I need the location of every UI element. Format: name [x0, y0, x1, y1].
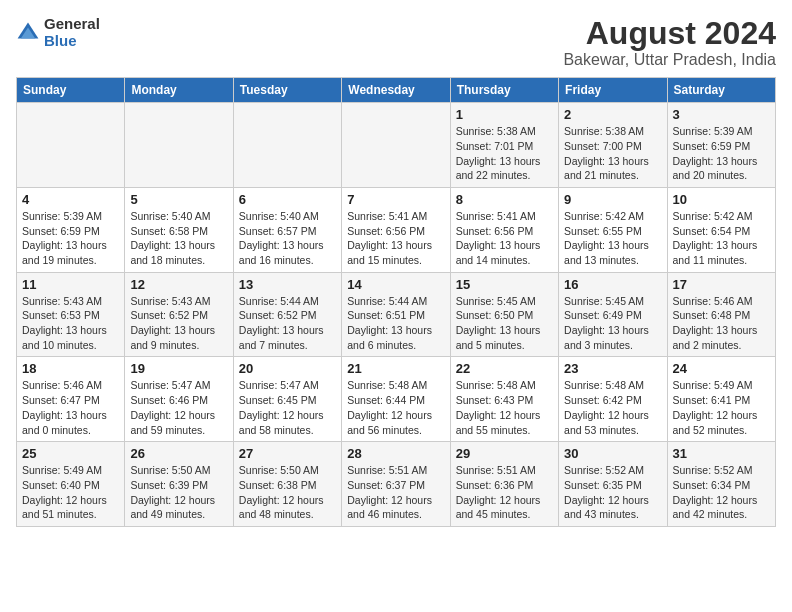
header-row: SundayMondayTuesdayWednesdayThursdayFrid…	[17, 78, 776, 103]
day-info: Sunrise: 5:49 AM Sunset: 6:40 PM Dayligh…	[22, 463, 119, 522]
day-info: Sunrise: 5:42 AM Sunset: 6:54 PM Dayligh…	[673, 209, 770, 268]
calendar-body: 1Sunrise: 5:38 AM Sunset: 7:01 PM Daylig…	[17, 103, 776, 527]
logo-icon	[16, 21, 40, 45]
day-info: Sunrise: 5:40 AM Sunset: 6:58 PM Dayligh…	[130, 209, 227, 268]
day-cell: 4Sunrise: 5:39 AM Sunset: 6:59 PM Daylig…	[17, 187, 125, 272]
day-info: Sunrise: 5:51 AM Sunset: 6:36 PM Dayligh…	[456, 463, 553, 522]
day-number: 13	[239, 277, 336, 292]
header-monday: Monday	[125, 78, 233, 103]
day-cell	[125, 103, 233, 188]
day-number: 5	[130, 192, 227, 207]
day-cell: 22Sunrise: 5:48 AM Sunset: 6:43 PM Dayli…	[450, 357, 558, 442]
header-thursday: Thursday	[450, 78, 558, 103]
day-number: 14	[347, 277, 444, 292]
day-number: 10	[673, 192, 770, 207]
day-info: Sunrise: 5:48 AM Sunset: 6:44 PM Dayligh…	[347, 378, 444, 437]
day-info: Sunrise: 5:42 AM Sunset: 6:55 PM Dayligh…	[564, 209, 661, 268]
week-row-4: 18Sunrise: 5:46 AM Sunset: 6:47 PM Dayli…	[17, 357, 776, 442]
day-cell: 16Sunrise: 5:45 AM Sunset: 6:49 PM Dayli…	[559, 272, 667, 357]
day-number: 21	[347, 361, 444, 376]
day-number: 6	[239, 192, 336, 207]
day-info: Sunrise: 5:41 AM Sunset: 6:56 PM Dayligh…	[347, 209, 444, 268]
day-info: Sunrise: 5:39 AM Sunset: 6:59 PM Dayligh…	[673, 124, 770, 183]
main-title: August 2024	[563, 16, 776, 51]
day-number: 4	[22, 192, 119, 207]
subtitle: Bakewar, Uttar Pradesh, India	[563, 51, 776, 69]
day-info: Sunrise: 5:50 AM Sunset: 6:39 PM Dayligh…	[130, 463, 227, 522]
day-cell: 10Sunrise: 5:42 AM Sunset: 6:54 PM Dayli…	[667, 187, 775, 272]
day-cell: 12Sunrise: 5:43 AM Sunset: 6:52 PM Dayli…	[125, 272, 233, 357]
day-cell: 25Sunrise: 5:49 AM Sunset: 6:40 PM Dayli…	[17, 442, 125, 527]
day-cell: 26Sunrise: 5:50 AM Sunset: 6:39 PM Dayli…	[125, 442, 233, 527]
day-number: 8	[456, 192, 553, 207]
day-cell: 18Sunrise: 5:46 AM Sunset: 6:47 PM Dayli…	[17, 357, 125, 442]
header-saturday: Saturday	[667, 78, 775, 103]
logo-general: General	[44, 16, 100, 33]
calendar-header: SundayMondayTuesdayWednesdayThursdayFrid…	[17, 78, 776, 103]
day-cell: 13Sunrise: 5:44 AM Sunset: 6:52 PM Dayli…	[233, 272, 341, 357]
day-cell: 21Sunrise: 5:48 AM Sunset: 6:44 PM Dayli…	[342, 357, 450, 442]
day-cell: 5Sunrise: 5:40 AM Sunset: 6:58 PM Daylig…	[125, 187, 233, 272]
day-number: 20	[239, 361, 336, 376]
day-number: 17	[673, 277, 770, 292]
day-cell: 28Sunrise: 5:51 AM Sunset: 6:37 PM Dayli…	[342, 442, 450, 527]
day-number: 29	[456, 446, 553, 461]
day-info: Sunrise: 5:50 AM Sunset: 6:38 PM Dayligh…	[239, 463, 336, 522]
day-info: Sunrise: 5:45 AM Sunset: 6:49 PM Dayligh…	[564, 294, 661, 353]
logo: General Blue	[16, 16, 100, 49]
day-cell: 2Sunrise: 5:38 AM Sunset: 7:00 PM Daylig…	[559, 103, 667, 188]
logo-blue: Blue	[44, 33, 100, 50]
day-number: 30	[564, 446, 661, 461]
day-info: Sunrise: 5:39 AM Sunset: 6:59 PM Dayligh…	[22, 209, 119, 268]
day-cell: 23Sunrise: 5:48 AM Sunset: 6:42 PM Dayli…	[559, 357, 667, 442]
day-info: Sunrise: 5:48 AM Sunset: 6:43 PM Dayligh…	[456, 378, 553, 437]
day-number: 1	[456, 107, 553, 122]
day-cell: 14Sunrise: 5:44 AM Sunset: 6:51 PM Dayli…	[342, 272, 450, 357]
day-info: Sunrise: 5:44 AM Sunset: 6:51 PM Dayligh…	[347, 294, 444, 353]
day-info: Sunrise: 5:51 AM Sunset: 6:37 PM Dayligh…	[347, 463, 444, 522]
day-info: Sunrise: 5:40 AM Sunset: 6:57 PM Dayligh…	[239, 209, 336, 268]
day-cell: 3Sunrise: 5:39 AM Sunset: 6:59 PM Daylig…	[667, 103, 775, 188]
day-cell: 8Sunrise: 5:41 AM Sunset: 6:56 PM Daylig…	[450, 187, 558, 272]
day-number: 25	[22, 446, 119, 461]
header-wednesday: Wednesday	[342, 78, 450, 103]
day-number: 12	[130, 277, 227, 292]
day-cell: 9Sunrise: 5:42 AM Sunset: 6:55 PM Daylig…	[559, 187, 667, 272]
day-number: 16	[564, 277, 661, 292]
day-cell	[17, 103, 125, 188]
day-number: 18	[22, 361, 119, 376]
day-info: Sunrise: 5:47 AM Sunset: 6:46 PM Dayligh…	[130, 378, 227, 437]
day-cell: 31Sunrise: 5:52 AM Sunset: 6:34 PM Dayli…	[667, 442, 775, 527]
day-number: 15	[456, 277, 553, 292]
day-number: 24	[673, 361, 770, 376]
day-info: Sunrise: 5:41 AM Sunset: 6:56 PM Dayligh…	[456, 209, 553, 268]
day-info: Sunrise: 5:38 AM Sunset: 7:01 PM Dayligh…	[456, 124, 553, 183]
day-number: 22	[456, 361, 553, 376]
week-row-5: 25Sunrise: 5:49 AM Sunset: 6:40 PM Dayli…	[17, 442, 776, 527]
title-area: August 2024 Bakewar, Uttar Pradesh, Indi…	[563, 16, 776, 69]
day-number: 28	[347, 446, 444, 461]
day-cell	[342, 103, 450, 188]
header-tuesday: Tuesday	[233, 78, 341, 103]
week-row-2: 4Sunrise: 5:39 AM Sunset: 6:59 PM Daylig…	[17, 187, 776, 272]
day-info: Sunrise: 5:38 AM Sunset: 7:00 PM Dayligh…	[564, 124, 661, 183]
day-number: 9	[564, 192, 661, 207]
day-cell: 17Sunrise: 5:46 AM Sunset: 6:48 PM Dayli…	[667, 272, 775, 357]
day-number: 26	[130, 446, 227, 461]
day-number: 7	[347, 192, 444, 207]
day-cell: 24Sunrise: 5:49 AM Sunset: 6:41 PM Dayli…	[667, 357, 775, 442]
day-info: Sunrise: 5:44 AM Sunset: 6:52 PM Dayligh…	[239, 294, 336, 353]
day-cell: 1Sunrise: 5:38 AM Sunset: 7:01 PM Daylig…	[450, 103, 558, 188]
day-info: Sunrise: 5:46 AM Sunset: 6:48 PM Dayligh…	[673, 294, 770, 353]
day-cell: 29Sunrise: 5:51 AM Sunset: 6:36 PM Dayli…	[450, 442, 558, 527]
week-row-1: 1Sunrise: 5:38 AM Sunset: 7:01 PM Daylig…	[17, 103, 776, 188]
day-cell: 20Sunrise: 5:47 AM Sunset: 6:45 PM Dayli…	[233, 357, 341, 442]
day-info: Sunrise: 5:43 AM Sunset: 6:52 PM Dayligh…	[130, 294, 227, 353]
day-info: Sunrise: 5:45 AM Sunset: 6:50 PM Dayligh…	[456, 294, 553, 353]
week-row-3: 11Sunrise: 5:43 AM Sunset: 6:53 PM Dayli…	[17, 272, 776, 357]
day-cell: 6Sunrise: 5:40 AM Sunset: 6:57 PM Daylig…	[233, 187, 341, 272]
day-cell: 15Sunrise: 5:45 AM Sunset: 6:50 PM Dayli…	[450, 272, 558, 357]
day-cell: 7Sunrise: 5:41 AM Sunset: 6:56 PM Daylig…	[342, 187, 450, 272]
day-info: Sunrise: 5:43 AM Sunset: 6:53 PM Dayligh…	[22, 294, 119, 353]
day-number: 31	[673, 446, 770, 461]
